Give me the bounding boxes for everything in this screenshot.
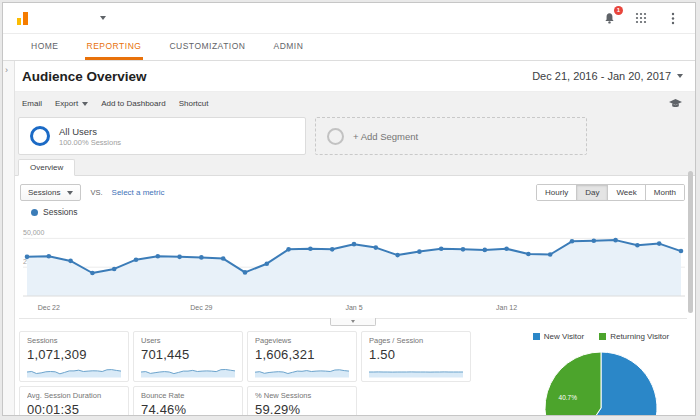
select-a-metric-link[interactable]: Select a metric bbox=[112, 188, 165, 197]
add-segment-ring-icon bbox=[327, 128, 344, 145]
kebab-menu-icon bbox=[671, 12, 675, 25]
segment-all-users[interactable]: All Users 100.00% Sessions bbox=[18, 117, 306, 155]
metric-card-avg-session-duration[interactable]: Avg. Session Duration 00:01:35 bbox=[19, 386, 129, 416]
chart-legend: Sessions bbox=[14, 205, 695, 218]
nav-tab-admin[interactable]: ADMIN bbox=[271, 34, 305, 60]
chart-area: 25,00050,000Dec 22Dec 29Jan 5Jan 12 bbox=[14, 218, 695, 318]
metric-label: Sessions bbox=[27, 336, 121, 345]
metric-value: 00:01:35 bbox=[27, 402, 121, 416]
metric-label: Pageviews bbox=[255, 336, 349, 345]
tab-row: Overview bbox=[14, 158, 695, 175]
svg-text:Jan 12: Jan 12 bbox=[496, 304, 517, 311]
metric-value: 1,606,321 bbox=[255, 347, 349, 362]
vertical-scrollbar[interactable] bbox=[688, 171, 693, 313]
chart-bottom-rule bbox=[19, 318, 687, 328]
svg-text:Jan 5: Jan 5 bbox=[345, 304, 362, 311]
segment-ring-icon bbox=[30, 126, 50, 146]
segment-bar: All Users 100.00% Sessions + Add Segment bbox=[14, 115, 695, 158]
date-chevron-down-icon bbox=[677, 74, 683, 78]
segment-subtitle: 100.00% Sessions bbox=[59, 138, 121, 147]
svg-text:59.3%: 59.3% bbox=[625, 414, 644, 416]
nav-tab-customization[interactable]: CUSTOMIZATION bbox=[167, 34, 247, 60]
app-bar: 1 bbox=[3, 3, 695, 34]
bell-icon bbox=[603, 12, 616, 25]
report-header: Audience Overview Dec 21, 2016 - Jan 20,… bbox=[14, 61, 695, 92]
metric-select-dropdown[interactable]: Sessions bbox=[20, 184, 81, 201]
overview-panel: Sessions VS. Select a metric Hourly Day … bbox=[14, 175, 695, 416]
visitor-type-pie-chart: 59.3%40.7% bbox=[489, 344, 696, 416]
legend-returning-visitor: Returning Visitor bbox=[599, 332, 669, 341]
metric-chevron-down-icon bbox=[67, 191, 73, 195]
metric-value: 74.46% bbox=[141, 402, 235, 416]
granularity-week-button[interactable]: Week bbox=[607, 185, 644, 200]
sessions-legend-dot-icon bbox=[31, 209, 38, 216]
report-content: › Audience Overview Dec 21, 2016 - Jan 2… bbox=[3, 61, 695, 416]
intelligence-button[interactable] bbox=[667, 96, 683, 112]
svg-text:40.7%: 40.7% bbox=[559, 394, 578, 401]
sessions-line-chart: 25,00050,000Dec 22Dec 29Jan 5Jan 12 bbox=[17, 218, 695, 314]
page-title: Audience Overview bbox=[22, 69, 147, 84]
metric-select-label: Sessions bbox=[28, 188, 60, 197]
metric-card-sessions[interactable]: Sessions 1,071,309 bbox=[19, 331, 129, 382]
add-to-dashboard-button[interactable]: Add to Dashboard bbox=[101, 99, 166, 108]
metric-label: Bounce Rate bbox=[141, 391, 235, 400]
date-range-selector[interactable]: Dec 21, 2016 - Jan 20, 2017 bbox=[532, 70, 683, 82]
legend-new-visitor: New Visitor bbox=[533, 332, 584, 341]
pie-legend: New Visitor Returning Visitor bbox=[489, 332, 696, 341]
granularity-day-button[interactable]: Day bbox=[576, 185, 607, 200]
vs-label: VS. bbox=[90, 188, 102, 197]
metric-label: Users bbox=[141, 336, 235, 345]
nav-tab-home[interactable]: HOME bbox=[29, 34, 61, 60]
sessions-legend-label: Sessions bbox=[43, 207, 78, 217]
date-range-label: Dec 21, 2016 - Jan 20, 2017 bbox=[532, 70, 671, 82]
returning-visitor-swatch-icon bbox=[599, 333, 606, 340]
tab-overview[interactable]: Overview bbox=[18, 159, 75, 176]
shortcut-button[interactable]: Shortcut bbox=[179, 99, 209, 108]
metric-value: 1.50 bbox=[369, 347, 463, 362]
new-visitor-swatch-icon bbox=[533, 333, 540, 340]
export-button[interactable]: Export bbox=[55, 99, 88, 108]
sessions-sparkline bbox=[27, 364, 121, 378]
apps-grid-icon bbox=[635, 12, 647, 24]
notification-badge: 1 bbox=[614, 6, 623, 15]
report-toolbar: Email Export Add to Dashboard Shortcut bbox=[14, 92, 695, 115]
metric-label: Avg. Session Duration bbox=[27, 391, 121, 400]
export-label: Export bbox=[55, 99, 78, 108]
account-chevron-down-icon[interactable] bbox=[100, 16, 106, 20]
metric-label: Pages / Session bbox=[369, 336, 463, 345]
svg-text:50,000: 50,000 bbox=[23, 229, 45, 236]
segment-title: All Users bbox=[59, 126, 121, 138]
google-analytics-logo-icon bbox=[17, 11, 28, 25]
add-segment-button[interactable]: + Add Segment bbox=[315, 117, 587, 155]
svg-text:Dec 22: Dec 22 bbox=[38, 304, 60, 311]
granularity-month-button[interactable]: Month bbox=[645, 185, 684, 200]
granularity-hourly-button[interactable]: Hourly bbox=[537, 185, 576, 200]
metric-card-users[interactable]: Users 701,445 bbox=[133, 331, 243, 382]
metric-label: % New Sessions bbox=[255, 391, 349, 400]
metric-card-pages-per-session[interactable]: Pages / Session 1.50 bbox=[361, 331, 471, 382]
chevron-right-icon: › bbox=[5, 65, 8, 75]
metric-value: 59.29% bbox=[255, 402, 349, 416]
visitor-type-section: New Visitor Returning Visitor 59.3%40.7% bbox=[489, 331, 696, 416]
export-chevron-down-icon bbox=[82, 102, 88, 106]
graduation-cap-icon bbox=[669, 99, 682, 109]
metric-card-pageviews[interactable]: Pageviews 1,606,321 bbox=[247, 331, 357, 382]
nav-tab-reporting[interactable]: REPORTING bbox=[85, 34, 144, 60]
returning-visitor-label: Returning Visitor bbox=[610, 332, 669, 341]
annotations-toggle[interactable] bbox=[330, 318, 376, 326]
email-button[interactable]: Email bbox=[22, 99, 42, 108]
metrics-summary: Sessions 1,071,309 Users 701,445 Pagevie… bbox=[14, 328, 695, 416]
apps-grid-button[interactable] bbox=[633, 10, 649, 26]
granularity-button-group: Hourly Day Week Month bbox=[536, 184, 685, 201]
svg-text:Dec 29: Dec 29 bbox=[190, 304, 212, 311]
overflow-menu-button[interactable] bbox=[665, 10, 681, 26]
notifications-button[interactable]: 1 bbox=[601, 10, 617, 26]
metric-value: 1,071,309 bbox=[27, 347, 121, 362]
metric-value: 701,445 bbox=[141, 347, 235, 362]
sidebar-collapsed[interactable]: › bbox=[3, 61, 15, 416]
metric-card-new-sessions[interactable]: % New Sessions 59.29% bbox=[247, 386, 357, 416]
add-segment-label: + Add Segment bbox=[353, 131, 418, 142]
metric-card-bounce-rate[interactable]: Bounce Rate 74.46% bbox=[133, 386, 243, 416]
main-nav: HOME REPORTING CUSTOMIZATION ADMIN bbox=[3, 34, 695, 61]
chart-controls: Sessions VS. Select a metric Hourly Day … bbox=[14, 181, 695, 205]
